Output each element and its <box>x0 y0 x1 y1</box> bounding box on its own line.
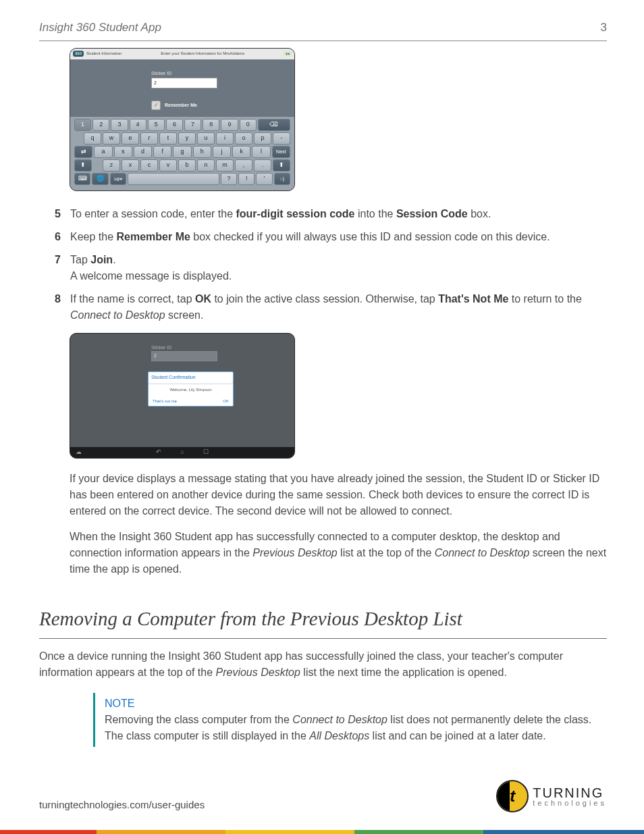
key-shift-right[interactable]: ⬆ <box>273 159 290 172</box>
logo-icon: t <box>496 780 529 812</box>
step-body: To enter a session code, enter the four-… <box>70 206 607 222</box>
onscreen-keyboard: 1 2 3 4 5 6 7 8 9 0 ⌫ q w e r <box>70 117 294 190</box>
step-number: 5 <box>39 206 61 222</box>
key-o[interactable]: o <box>235 132 252 145</box>
logo-text-bottom: technologies <box>533 800 607 807</box>
key-t[interactable]: t <box>159 132 177 145</box>
student-confirmation-dialog: Student Confirmation Welcome, Lily Simps… <box>148 371 234 407</box>
paragraph-previous-desktop: When the Insight 360 Student app has suc… <box>70 529 607 577</box>
key-p[interactable]: p <box>254 132 271 145</box>
key-b[interactable]: b <box>178 159 196 172</box>
key-smiley[interactable]: :-) <box>274 173 290 185</box>
key-e[interactable]: e <box>122 132 139 145</box>
key-3[interactable]: 3 <box>111 119 128 131</box>
key-0[interactable]: 0 <box>240 119 257 131</box>
step-body: Keep the Remember Me box checked if you … <box>70 229 607 245</box>
figure-student-info-keyboard: 360 Student Information Enter your Stude… <box>70 48 295 192</box>
key-dash[interactable]: - <box>273 132 290 145</box>
dialog-message: Welcome, Lily Simpson <box>149 384 233 398</box>
footer-color-stripe <box>0 830 644 834</box>
key-m[interactable]: m <box>216 159 234 172</box>
key-x[interactable]: x <box>122 159 139 172</box>
key-n[interactable]: n <box>197 159 215 172</box>
thats-not-me-button[interactable]: That's not me <box>153 398 177 405</box>
key-8[interactable]: 8 <box>203 119 219 131</box>
sticker-id-label: Sticker ID <box>151 70 294 78</box>
ghost-icon: ☁ <box>76 448 82 457</box>
key-1[interactable]: 1 <box>74 119 91 131</box>
key-6[interactable]: 6 <box>166 119 183 131</box>
recent-icon[interactable]: ☐ <box>203 448 209 457</box>
key-tab[interactable]: ⇄ <box>74 146 92 158</box>
step-number: 7 <box>39 252 61 284</box>
remember-me-label: Remember Me <box>165 102 197 109</box>
note-body: Removing the class computer from the Con… <box>105 712 607 744</box>
key-v[interactable]: v <box>159 159 177 172</box>
badge-360: 360 <box>73 51 84 57</box>
doc-header-title: Insight 360 Student App <box>39 19 161 36</box>
key-z[interactable]: z <box>103 159 120 172</box>
page-number: 3 <box>601 19 607 36</box>
key-shift-left[interactable]: ⬆ <box>74 159 92 172</box>
key-9[interactable]: 9 <box>221 119 238 131</box>
instruction-steps: 5 To enter a session code, enter the fou… <box>39 206 607 323</box>
note-title: NOTE <box>105 696 607 712</box>
titlebar-center: Enter your Student Information for MrsAd… <box>124 51 281 57</box>
note-block: NOTE Removing the class computer from th… <box>93 693 607 747</box>
key-globe-icon[interactable]: 🌐 <box>92 173 108 185</box>
key-y[interactable]: y <box>178 132 196 145</box>
key-d[interactable]: d <box>134 146 152 158</box>
turning-technologies-logo: t TURNING technologies <box>496 780 607 812</box>
remember-me-checkbox[interactable]: ✓ <box>151 101 161 110</box>
titlebar-left: Student Information <box>86 51 122 57</box>
key-exclaim[interactable]: ! <box>238 173 254 185</box>
key-k[interactable]: k <box>232 146 250 158</box>
key-apostrophe[interactable]: ' <box>256 173 272 185</box>
key-a[interactable]: a <box>94 146 112 158</box>
ok-button[interactable]: OK <box>223 398 229 405</box>
step-body: Tap Join. A welcome message is displayed… <box>70 252 607 284</box>
key-next[interactable]: Next <box>272 146 290 158</box>
key-5[interactable]: 5 <box>148 119 165 131</box>
key-period[interactable]: . <box>254 159 271 172</box>
logo-text-top: TURNING <box>533 786 607 800</box>
paragraph-duplicate-id: If your device displays a message statin… <box>70 471 607 519</box>
key-c[interactable]: c <box>140 159 158 172</box>
step-body: If the name is correct, tap OK to join t… <box>70 291 607 323</box>
key-space[interactable] <box>128 173 219 185</box>
key-g[interactable]: g <box>173 146 191 158</box>
key-question[interactable]: ? <box>221 173 237 185</box>
key-q[interactable]: q <box>84 132 101 145</box>
titlebar-status: ●● <box>284 51 292 57</box>
key-j[interactable]: j <box>213 146 231 158</box>
header-rule <box>39 41 607 41</box>
key-keyboard-icon[interactable]: ⌨ <box>74 173 90 185</box>
dialog-title: Student Confirmation <box>149 372 233 384</box>
tablet-titlebar: 360 Student Information Enter your Stude… <box>70 49 294 59</box>
key-comma[interactable]: , <box>235 159 252 172</box>
key-f[interactable]: f <box>153 146 171 158</box>
key-l[interactable]: l <box>252 146 270 158</box>
key-4[interactable]: 4 <box>130 119 146 131</box>
back-icon[interactable]: ↶ <box>156 448 161 457</box>
section-heading-removing-computer: Removing a Computer from the Previous De… <box>39 604 607 639</box>
key-s[interactable]: s <box>114 146 132 158</box>
step-number: 8 <box>39 291 61 323</box>
key-backspace[interactable]: ⌫ <box>258 119 290 131</box>
key-u[interactable]: u <box>197 132 215 145</box>
sticker-id-input[interactable]: 2 <box>151 78 217 88</box>
key-h[interactable]: h <box>193 146 211 158</box>
figure-student-confirmation: Sticker ID 2 Student Confirmation Welcom… <box>70 333 295 459</box>
section-intro: Once a device running the Insight 360 St… <box>39 648 607 681</box>
key-symbols[interactable]: 1@# <box>110 173 126 185</box>
home-icon[interactable]: ⌂ <box>180 448 184 457</box>
key-i[interactable]: i <box>216 132 234 145</box>
footer-url: turningtechnologies.com/user-guides <box>39 798 205 813</box>
key-r[interactable]: r <box>140 132 158 145</box>
key-w[interactable]: w <box>103 132 120 145</box>
key-2[interactable]: 2 <box>92 119 109 131</box>
android-nav-bar: ☁ ↶ ⌂ ☐ <box>70 447 294 458</box>
step-number: 6 <box>39 229 61 245</box>
sticker-id-label: Sticker ID <box>151 344 171 352</box>
key-7[interactable]: 7 <box>184 119 201 131</box>
